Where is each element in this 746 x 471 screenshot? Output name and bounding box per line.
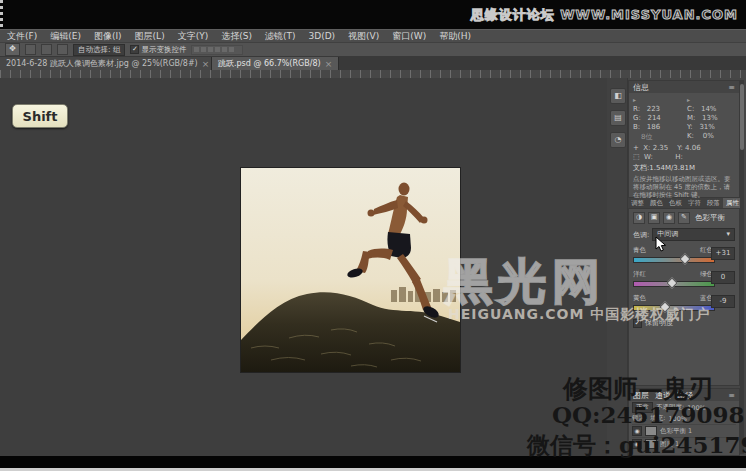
site-watermark: 思缘设计论坛 WWW.MISSYUAN.COM [471,6,738,24]
panel-menu-icon[interactable]: ≡ [728,391,735,400]
eyedropper-icon: ▸ [633,96,636,103]
info-panel: 信息 ≡ ▸ R: 223 G: 214 B: 186 8位 ▸ C: 14% … [628,80,740,198]
menu-filter[interactable]: 滤镜(T) [265,30,296,43]
slider-magenta-green: 洋红 绿色 0 [633,270,735,287]
collapsed-panel-icon-1[interactable]: ◧ [610,88,626,104]
collapsed-panel-icon-3[interactable]: ◔ [610,132,626,148]
artist-watermark-qq: QQ:245179098 [552,401,745,428]
label-magenta: 洋红 [633,270,646,279]
edit-icon[interactable]: ✎ [678,212,690,224]
artist-watermark-wechat: 微信号：gui245179098 [527,430,746,461]
magenta-green-track[interactable] [633,281,715,287]
document-tab-bar: 2014-6-28 跳跃人像调色素材.jpg @ 25%(RGB/8#) × 跳… [0,56,746,70]
tab-paragraph[interactable]: 段落 [704,198,723,208]
info-wh: ⬚ W: H: [633,153,735,162]
menu-layer[interactable]: 图层(L) [135,30,165,43]
panel-menu-icon[interactable]: ≡ [728,83,735,92]
tool-option-button-2[interactable] [41,44,52,55]
panel-tab-row: 调整 颜色 色板 字符 段落 属性 [628,198,740,208]
document-image-jumping-man[interactable] [241,168,460,372]
mouse-cursor [655,236,667,252]
info-y: Y: 31% [687,123,735,132]
tone-label: 色调: [633,230,649,240]
yellow-blue-value[interactable]: -9 [711,295,735,308]
check-icon: ✓ [130,45,139,54]
menu-type[interactable]: 文字(Y) [178,30,209,43]
cyan-red-value[interactable]: +31 [711,247,735,260]
align-buttons-group [191,45,243,55]
info-hint-text: 点按并拖移以移动图层或选区。要将移动限制在 45 度的倍数上，请在拖移时按住 S… [633,175,735,199]
info-panel-header: 信息 ≡ [629,81,739,93]
close-icon[interactable]: × [325,59,333,69]
slider-cyan-red: 青色 红色 +31 [633,246,735,263]
tool-preset-button[interactable] [25,44,36,55]
info-panel-body: ▸ R: 223 G: 214 B: 186 8位 ▸ C: 14% M: 13… [629,93,739,201]
info-c: C: 14% [687,105,735,114]
properties-panel: ◑ ▣ ◉ ✎ 色彩平衡 色调: 中间调 ▾ 青色 红色 [628,208,740,386]
cyan-red-thumb[interactable] [679,253,690,264]
chevron-down-icon: ▾ [726,229,730,240]
info-r: R: 223 [633,105,681,114]
tone-row: 色调: 中间调 ▾ [633,228,735,241]
info-xy: + X: 2.35 Y: 4.06 [633,144,735,153]
magenta-green-thumb[interactable] [666,277,677,288]
properties-title: 色彩平衡 [695,213,725,223]
menu-help[interactable]: 帮助(H) [439,30,471,43]
tab-character[interactable]: 字符 [685,198,704,208]
menu-file[interactable]: 文件(F) [7,30,37,43]
label-yellow: 黄色 [633,294,646,303]
info-g: G: 214 [633,114,681,123]
menu-bar: 文件(F) 编辑(E) 图像(I) 图层(L) 文字(Y) 选择(S) 滤镜(T… [0,29,746,42]
tab-adjustments[interactable]: 调整 [628,198,647,208]
tab-label: 2014-6-28 跳跃人像调色素材.jpg @ 25%(RGB/8#) [6,58,198,69]
tab-color[interactable]: 颜色 [647,198,666,208]
auto-select-value: 组 [113,45,121,54]
heiguang-watermark: 黑光网 [444,250,606,314]
dock-scrollbar-thumb[interactable] [740,84,744,150]
document-tab-source[interactable]: 2014-6-28 跳跃人像调色素材.jpg @ 25%(RGB/8#) × [0,57,212,70]
properties-header-icons: ◑ ▣ ◉ ✎ 色彩平衡 [633,212,735,224]
info-m: M: 13% [687,114,735,123]
tool-option-button-3[interactable] [57,44,68,55]
show-transform-checkbox[interactable]: ✓ 显示变换控件 [130,45,186,55]
menu-select[interactable]: 选择(S) [221,30,252,43]
info-b: B: 186 [633,123,681,132]
adjustment-icon[interactable]: ▣ [648,212,660,224]
eyedropper-icon: ▸ [687,96,690,103]
auto-select-label: 自动选择: [78,45,111,54]
label-cyan: 青色 [633,246,646,255]
info-bits-left: 8位 [641,133,681,142]
heiguang-watermark-subline: HEIGUANG.COM 中国影楼权威门户 [448,306,710,324]
info-tab[interactable]: 信息 [633,82,649,93]
close-icon[interactable]: × [202,59,210,69]
menu-view[interactable]: 视图(V) [348,30,379,43]
color-balance-icon[interactable]: ◉ [663,212,675,224]
move-tool-icon[interactable]: ✥ [5,43,20,56]
show-transform-label: 显示变换控件 [141,45,186,55]
magenta-green-value[interactable]: 0 [711,271,735,284]
menu-edit[interactable]: 编辑(E) [50,30,81,43]
tab-label: 跳跃.psd @ 66.7%(RGB/8) [218,58,321,69]
info-doc-size: 文档:1.54M/3.81M [633,164,735,173]
menu-3d[interactable]: 3D(D) [308,31,335,41]
cyan-red-track[interactable] [633,257,715,263]
tool-options-bar: ✥ 自动选择: 组 ✓ 显示变换控件 [0,42,746,56]
info-k: K: 0% [687,132,735,141]
keypress-overlay-shift: Shift [12,104,68,128]
auto-select-dropdown[interactable]: 自动选择: 组 [73,44,125,56]
menu-window[interactable]: 窗口(W) [392,30,426,43]
photoshop-window: 思缘设计论坛 WWW.MISSYUAN.COM 文件(F) 编辑(E) 图像(I… [0,0,746,471]
mask-icon[interactable]: ◑ [633,212,645,224]
menu-image[interactable]: 图像(I) [94,30,122,43]
collapsed-panel-icon-2[interactable]: ▤ [610,110,626,126]
tab-swatches[interactable]: 色板 [666,198,685,208]
document-tab-working[interactable]: 跳跃.psd @ 66.7%(RGB/8) × [212,57,339,70]
